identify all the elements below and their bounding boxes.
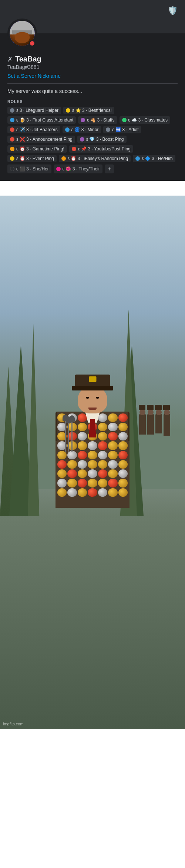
role-minor[interactable]: ε 🌀 3 · Minor <box>63 126 101 133</box>
role-label: ε ❌ 3 · Announcement Ping <box>16 137 73 142</box>
mic-3-stand <box>71 419 73 452</box>
white-gap <box>0 181 185 196</box>
role-random-ping[interactable]: ε ⏰ 3 · iBailey's Random Ping <box>59 155 131 162</box>
role-label: ε ⏰ 3 · iBailey's Random Ping <box>68 156 128 161</box>
medal <box>57 451 67 459</box>
role-label: ε 🔷 3 · He/Him <box>142 156 173 161</box>
medal <box>98 479 107 487</box>
main-figure <box>52 386 133 526</box>
role-color-dot <box>135 156 140 161</box>
role-staffs[interactable]: ε 🐴 3 · Staffs <box>78 116 117 124</box>
figure-mouth <box>88 408 97 410</box>
medal <box>98 469 107 478</box>
medal <box>88 441 97 450</box>
medal <box>57 469 67 478</box>
figure-background: imgflip.com <box>0 196 185 729</box>
figure-hat <box>75 375 110 389</box>
background-people <box>139 414 170 436</box>
role-she-her[interactable]: ε ⬛ 3 · She/Her <box>7 164 51 173</box>
bg-person-2 <box>147 414 154 435</box>
medal <box>108 432 117 440</box>
role-announcement-ping[interactable]: ε ❌ 3 · Announcement Ping <box>7 136 75 143</box>
role-label: ε 📌 3 · Youtube/Post Ping <box>78 146 131 152</box>
role-adult[interactable]: ε 🚻 3 · Adult <box>103 126 141 133</box>
roles-grid: ε 3 · Lifeguard Helper ε ⭐ 3 · Bestfrien… <box>7 107 178 173</box>
ground <box>0 516 185 729</box>
role-color-dot <box>65 127 70 132</box>
medal <box>108 469 117 478</box>
medal <box>78 423 87 431</box>
role-first-class-attendant[interactable]: ε 🍺 3 · First Class Attendant <box>7 116 76 124</box>
medal <box>108 441 117 450</box>
role-label: ε 🐴 3 · Staffs <box>87 117 114 123</box>
role-he-him[interactable]: ε 🔷 3 · He/Him <box>133 155 175 162</box>
medal <box>118 423 128 431</box>
divider <box>7 83 178 84</box>
role-label: ε 3 · Lifeguard Helper <box>16 108 58 113</box>
mic-3-head <box>69 415 75 422</box>
medal <box>98 451 107 459</box>
medal <box>118 469 128 478</box>
role-label: ε 🌺 3 · They/Their <box>63 166 100 172</box>
medal <box>118 432 128 440</box>
role-label: ε ⏰ 3 · Gametime Ping! <box>16 146 64 152</box>
role-classmates[interactable]: ε ☁️ 3 · Classmates <box>120 116 170 124</box>
medal <box>98 423 107 431</box>
medal <box>98 488 107 497</box>
mic-1-stand <box>65 418 66 452</box>
role-lifeguard-helper[interactable]: ε 3 · Lifeguard Helper <box>7 107 61 114</box>
role-color-dot <box>10 118 14 122</box>
bio-text: My server was quite a success... <box>7 88 178 94</box>
role-color-dot <box>81 118 85 122</box>
role-they-their[interactable]: ε 🌺 3 · They/Their <box>54 164 102 173</box>
medal <box>98 441 107 450</box>
medal <box>67 469 77 478</box>
mic-2 <box>68 420 69 452</box>
set-nickname-link[interactable]: Set a Server Nickname <box>7 73 178 79</box>
figure-eyes <box>83 396 103 399</box>
medal <box>88 479 97 487</box>
role-boost-ping[interactable]: ε 💎 3 · Boost Ping <box>77 136 127 143</box>
figure-left-eye <box>86 397 89 399</box>
role-youtube-post-ping[interactable]: ε 📌 3 · Youtube/Post Ping <box>69 145 133 153</box>
role-label: ε ☁️ 3 · Classmates <box>128 117 168 123</box>
medal <box>67 460 77 469</box>
bg-person-3 <box>155 414 162 433</box>
medal <box>67 451 77 459</box>
bg-person-3-head <box>156 409 162 415</box>
role-jet-boarders[interactable]: ε ✈️ 3 · Jet Boarders <box>7 126 60 133</box>
role-color-dot <box>56 167 61 171</box>
avatar-area <box>7 19 37 48</box>
medal <box>67 479 77 487</box>
medal <box>118 488 128 497</box>
meme-image: imgflip.com <box>0 196 185 729</box>
avatar-face <box>15 32 30 44</box>
medal <box>98 413 107 422</box>
discord-profile-card: 🛡️ ✗ TeaBag TeaBag#3881 Set a Server Nic… <box>0 0 185 181</box>
bg-person-3-hat <box>155 405 162 410</box>
bg-person-4-hat <box>163 405 170 410</box>
profile-body: ✗ TeaBag TeaBag#3881 Set a Server Nickna… <box>0 48 185 173</box>
bg-person-4 <box>164 414 170 436</box>
medal <box>57 488 67 497</box>
roles-section-title: ROLES <box>7 99 178 104</box>
role-gametime-ping[interactable]: ε ⏰ 3 · Gametime Ping! <box>7 145 67 153</box>
role-event-ping[interactable]: ε ⏰ 3 · Event Ping <box>7 155 57 162</box>
role-color-dot <box>61 156 66 161</box>
bg-person-1 <box>139 414 146 435</box>
medal <box>108 413 117 422</box>
role-color-dot <box>122 118 127 122</box>
medal <box>67 488 77 497</box>
role-bestfriends[interactable]: ε ⭐ 3 · Bestfriends! <box>63 107 114 114</box>
medal <box>78 479 87 487</box>
bg-person-2-head <box>148 409 154 415</box>
add-role-button[interactable]: + <box>105 164 114 173</box>
medal <box>57 460 67 469</box>
medal <box>88 469 97 478</box>
role-color-dot <box>10 127 14 132</box>
medal <box>78 432 87 440</box>
medal <box>78 413 87 422</box>
role-color-dot <box>66 108 70 113</box>
role-color-dot <box>10 167 14 171</box>
medal <box>108 460 117 469</box>
